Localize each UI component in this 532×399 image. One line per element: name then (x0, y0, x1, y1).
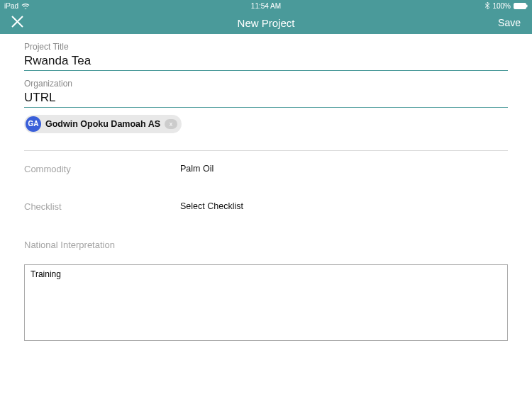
commodity-selector[interactable]: Palm Oil (180, 164, 214, 174)
chip-remove-icon[interactable]: x (165, 119, 177, 129)
national-interpretation-textarea[interactable] (24, 264, 508, 341)
status-bar: iPad 11:54 AM 100% (0, 0, 532, 11)
project-title-field: Project Title (24, 41, 508, 71)
commodity-label: Commodity (24, 164, 180, 175)
bluetooth-icon (485, 2, 489, 9)
person-chip[interactable]: GA Godwin Opoku Damoah AS x (24, 115, 182, 133)
device-label: iPad (4, 2, 18, 10)
svg-rect-0 (514, 3, 526, 9)
save-button[interactable]: Save (498, 17, 521, 28)
national-interpretation-label: National Interpretation (24, 240, 508, 250)
close-icon[interactable] (11, 16, 23, 30)
status-left: iPad (4, 2, 30, 10)
organization-label: Organization (24, 78, 508, 90)
commodity-row: Commodity Palm Oil (24, 164, 508, 175)
svg-rect-1 (526, 4, 528, 7)
organization-field: Organization (24, 78, 508, 108)
wifi-icon (21, 3, 30, 9)
status-time: 11:54 AM (251, 2, 281, 10)
project-title-input[interactable] (24, 53, 508, 71)
status-right: 100% (485, 2, 528, 10)
form-content: Project Title Organization GA Godwin Opo… (0, 34, 532, 358)
project-title-label: Project Title (24, 41, 508, 53)
organization-input[interactable] (24, 90, 508, 108)
checklist-label: Checklist (24, 201, 180, 213)
page-title: New Project (238, 17, 295, 29)
avatar: GA (26, 116, 41, 132)
checklist-row: Checklist Select Checklist (24, 201, 508, 213)
people-row: GA Godwin Opoku Damoah AS x (24, 115, 508, 151)
checklist-selector[interactable]: Select Checklist (180, 201, 243, 211)
nav-bar: New Project Save (0, 11, 532, 34)
person-name: Godwin Opoku Damoah AS (45, 119, 160, 129)
battery-icon (514, 3, 528, 9)
battery-percent: 100% (492, 2, 511, 10)
